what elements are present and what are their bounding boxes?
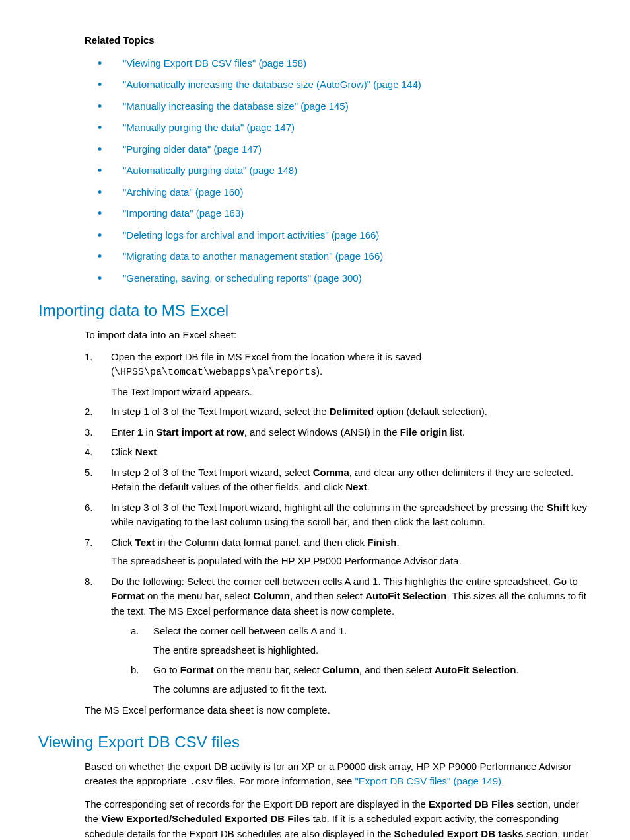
step-text: Do the following: Select the corner cell…	[111, 576, 578, 587]
step-text: The columns are adjusted to fit the text…	[153, 682, 592, 697]
bold-term: View Exported/Scheduled Exported DB File…	[101, 813, 310, 824]
step-text: .	[396, 537, 399, 548]
step-item: 1. Open the export DB file in MS Excel f…	[85, 350, 592, 400]
bold-term: AutoFit Selection	[435, 664, 516, 675]
path-text: \HPSS\pa\tomcat\webapps\pa\reports	[114, 367, 316, 378]
bold-term: File origin	[400, 426, 448, 438]
step-text: , and then select	[359, 664, 435, 675]
bold-term: Shift	[547, 502, 569, 513]
related-link[interactable]: "Archiving data" (page 160)	[123, 186, 243, 198]
bold-term: Delimited	[330, 406, 374, 417]
related-link[interactable]: "Automatically purging data" (page 148)	[123, 165, 297, 176]
step-text: .	[367, 481, 370, 492]
step-text: ).	[316, 365, 322, 377]
inline-link[interactable]: "Export DB CSV files" (page 149)	[355, 775, 502, 786]
step-text: Select the corner cell between cells A a…	[153, 625, 347, 636]
closing-text: The MS Excel performance data sheet is n…	[85, 703, 592, 718]
related-link[interactable]: "Importing data" (page 163)	[123, 208, 244, 219]
body-text: .	[501, 775, 504, 786]
step-item: 4. Click Next.	[85, 445, 592, 460]
section-heading-importing: Importing data to MS Excel	[38, 299, 592, 323]
step-text: .	[157, 446, 159, 457]
body-text: files. For more information, see	[213, 775, 355, 786]
steps-list: 1. Open the export DB file in MS Excel f…	[85, 350, 592, 697]
bold-term: Next	[345, 481, 367, 492]
bold-term: Start import at row	[156, 426, 244, 438]
step-text: Click	[111, 446, 135, 457]
related-link[interactable]: "Generating, saving, or scheduling repor…	[123, 272, 362, 284]
step-text: on the menu bar, select	[214, 664, 322, 675]
step-text: on the menu bar, select	[145, 590, 253, 601]
substeps-list: a. Select the corner cell between cells …	[131, 624, 592, 697]
step-text: In step 2 of 3 of the Text Import wizard…	[111, 467, 313, 478]
step-item: 6. In step 3 of 3 of the Text Import wiz…	[85, 500, 592, 530]
step-text: Go to	[153, 664, 180, 675]
bold-term: Finish	[367, 537, 396, 548]
step-text: list.	[447, 426, 465, 438]
step-item: 3. Enter 1 in Start import at row, and s…	[85, 425, 592, 440]
step-item: 5. In step 2 of 3 of the Text Import wiz…	[85, 465, 592, 495]
intro-text: To import data into an Excel sheet:	[85, 328, 592, 343]
step-text: option (default selection).	[374, 406, 487, 417]
bold-term: Text	[135, 537, 155, 548]
step-text: Enter	[111, 426, 137, 438]
code-text: .csv	[189, 777, 213, 788]
bold-term: Format	[111, 590, 145, 601]
step-item: 8. Do the following: Select the corner c…	[85, 574, 592, 697]
related-link[interactable]: "Automatically increasing the database s…	[123, 79, 421, 90]
step-text: In step 3 of 3 of the Text Import wizard…	[111, 502, 547, 513]
related-link[interactable]: "Purging older data" (page 147)	[123, 143, 262, 155]
related-link[interactable]: "Viewing Export DB CSV files" (page 158)	[123, 57, 306, 69]
section-heading-viewing: Viewing Export DB CSV files	[38, 730, 592, 754]
bold-term: AutoFit Selection	[365, 590, 446, 601]
bold-term: Next	[135, 446, 157, 457]
related-topics-list: "Viewing Export DB CSV files" (page 158)…	[98, 56, 592, 286]
related-link[interactable]: "Manually purging the data" (page 147)	[123, 122, 295, 133]
step-text: The Text Import wizard appears.	[111, 385, 592, 400]
step-text: in the Column data format panel, and the…	[155, 537, 367, 548]
related-link[interactable]: "Migrating data to another management st…	[123, 250, 383, 262]
step-text: , and then select	[290, 590, 365, 601]
bold-term: Column	[253, 590, 290, 601]
bold-term: Scheduled Export DB tasks	[394, 828, 524, 839]
paragraph: The corresponding set of records for the…	[85, 797, 592, 841]
body-text: The corresponding set of records for the…	[85, 798, 429, 810]
step-text: .	[516, 664, 518, 675]
substep-item: b. Go to Format on the menu bar, select …	[131, 663, 592, 697]
step-text: Click	[111, 537, 135, 548]
bold-term: Comma	[313, 467, 349, 478]
step-item: 7. Click Text in the Column data format …	[85, 535, 592, 569]
substep-item: a. Select the corner cell between cells …	[131, 624, 592, 658]
step-text: The entire spreadsheet is highlighted.	[153, 643, 592, 658]
bold-term: Exported DB Files	[429, 798, 514, 810]
related-link[interactable]: "Manually increasing the database size" …	[123, 100, 349, 112]
step-item: 2. In step 1 of 3 of the Text Import wiz…	[85, 404, 592, 420]
step-text: in	[143, 426, 156, 438]
step-text: , and select Windows (ANSI) in the	[244, 426, 400, 438]
step-text: The spreadsheet is populated with the HP…	[111, 554, 592, 569]
paragraph: Based on whether the export DB activity …	[85, 759, 592, 790]
step-text: In step 1 of 3 of the Text Import wizard…	[111, 406, 330, 417]
bold-term: Format	[180, 664, 214, 675]
related-link[interactable]: "Deleting logs for archival and import a…	[123, 229, 379, 241]
bold-term: Column	[322, 664, 359, 675]
related-topics-heading: Related Topics	[85, 33, 592, 48]
